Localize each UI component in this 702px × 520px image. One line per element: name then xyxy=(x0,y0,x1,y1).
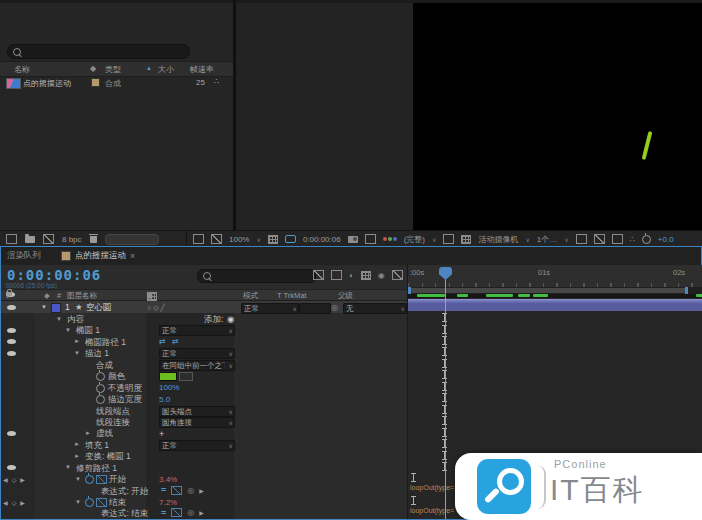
add-button-icon[interactable]: ◉ xyxy=(227,314,234,324)
col-size[interactable]: 大小 xyxy=(158,64,174,75)
parent-column[interactable]: 父级 xyxy=(338,291,353,301)
tab-composition[interactable]: 点的摇摆运动 × xyxy=(57,247,139,266)
expression-graph-icon[interactable] xyxy=(171,486,182,495)
bit-depth-label[interactable]: 8 bpc xyxy=(62,235,82,244)
graph-icon[interactable] xyxy=(96,498,107,507)
view-layout-value[interactable]: 1个… xyxy=(537,234,557,245)
stopwatch-icon[interactable] xyxy=(96,372,105,381)
row-stroke-1[interactable]: ▼ 描边 1 正常∨ xyxy=(1,347,407,358)
col-type[interactable]: 类型 xyxy=(105,64,121,75)
work-area-start-handle[interactable] xyxy=(408,287,411,294)
col-fps[interactable]: 帧速率 xyxy=(190,64,214,75)
twirl-icon[interactable]: ▼ xyxy=(65,464,71,470)
expression-graph-icon[interactable] xyxy=(171,508,182,517)
transparency-grid-icon[interactable] xyxy=(461,235,471,244)
line-cap-dropdown[interactable]: 圆头端点∨ xyxy=(159,406,235,417)
chevron-down-icon[interactable]: ∨ xyxy=(564,236,568,243)
work-area-bar[interactable] xyxy=(408,287,702,294)
expression-text[interactable]: loopOut(type= xyxy=(410,507,454,514)
mask-visibility-icon[interactable] xyxy=(285,235,296,243)
work-area-end-handle[interactable] xyxy=(685,287,688,294)
eye-icon[interactable] xyxy=(7,339,16,344)
exposure-value[interactable]: +0.0 xyxy=(658,235,674,244)
resolution-value[interactable]: (完整) xyxy=(404,234,425,245)
row-color[interactable]: 颜色 xyxy=(1,370,407,381)
tab-render-queue[interactable]: 渲染队列 xyxy=(7,247,41,265)
composition-canvas[interactable] xyxy=(413,3,702,230)
reset-exposure-icon[interactable] xyxy=(642,235,651,244)
row-composite[interactable]: 合成 在同组中前一个之下∨ xyxy=(1,359,407,370)
trkmat-dropdown[interactable] xyxy=(299,303,331,314)
row-contents[interactable]: ▼ 内容 添加: ◉ xyxy=(1,313,407,324)
preview-monitor-icon[interactable] xyxy=(211,234,222,244)
row-dashes[interactable]: ► 虚线 + xyxy=(1,427,407,438)
pick-whip-icon[interactable]: ◎ xyxy=(331,303,338,312)
stopwatch-icon[interactable] xyxy=(96,395,105,404)
stopwatch-icon[interactable] xyxy=(96,384,105,393)
project-column-header[interactable]: 名称 ◆ 类型 ▲ 大小 帧速率 xyxy=(0,61,233,77)
pick-whip-icon[interactable]: ◎ xyxy=(187,486,194,495)
line-join-dropdown[interactable]: 圆角连接∨ xyxy=(159,417,235,428)
project-item-row[interactable]: 点的摇摆运动 合成 25 ∴ xyxy=(0,76,233,90)
composition-viewer[interactable] xyxy=(236,0,702,233)
twirl-icon[interactable]: ▼ xyxy=(56,316,62,322)
twirl-icon[interactable]: ► xyxy=(85,430,91,436)
row-ellipse-1[interactable]: ▼ 椭圆 1 正常∨ xyxy=(1,324,407,335)
row-opacity[interactable]: 不透明度 100% xyxy=(1,382,407,393)
close-icon[interactable]: × xyxy=(130,251,135,261)
timeline-button-icon[interactable] xyxy=(612,234,623,244)
twirl-icon[interactable]: ▼ xyxy=(41,304,47,310)
comp-flowchart-icon[interactable]: ∴ xyxy=(630,235,635,244)
start-value[interactable]: 3.4% xyxy=(159,475,177,484)
show-channels-icon[interactable] xyxy=(383,237,397,241)
label-color-swatch[interactable] xyxy=(91,78,100,87)
new-composition-icon[interactable] xyxy=(43,234,54,244)
twirl-icon[interactable]: ▼ xyxy=(74,350,80,356)
row-expression-start[interactable]: 表达式: 开始 = ◎ ▶ xyxy=(1,485,407,496)
expression-text[interactable]: loopOut(type= xyxy=(410,484,454,491)
layer-switches[interactable]: ○ ◇ ╱ xyxy=(147,304,165,312)
parent-dropdown[interactable]: 无∨ xyxy=(343,303,407,314)
keyframe-navigator[interactable]: ◀◇▶ xyxy=(3,476,25,483)
twirl-icon[interactable]: ▼ xyxy=(75,499,81,505)
mode-column[interactable]: 模式 xyxy=(243,291,258,301)
project-item-name[interactable]: 点的摇摆运动 xyxy=(23,78,71,89)
row-fill-1[interactable]: ► 填充 1 正常∨ xyxy=(1,439,407,450)
snapshot-camera-icon[interactable] xyxy=(348,236,358,243)
interpret-footage-icon[interactable] xyxy=(6,234,17,244)
keyframe-navigator[interactable]: ◀◇▶ xyxy=(3,499,25,506)
chevron-down-icon[interactable]: ∨ xyxy=(525,236,529,243)
col-name[interactable]: 名称 xyxy=(14,64,30,75)
enable-expression-icon[interactable]: = xyxy=(161,509,166,517)
composite-dropdown[interactable]: 在同组中前一个之下∨ xyxy=(159,360,235,371)
row-line-cap[interactable]: 线段端点 圆头端点∨ xyxy=(1,405,407,416)
show-snapshot-icon[interactable] xyxy=(365,234,376,244)
timeline-search-input[interactable] xyxy=(197,269,316,283)
stopwatch-icon[interactable] xyxy=(85,498,94,507)
blend-mode-dropdown[interactable]: 正常∨ xyxy=(159,440,235,451)
stroke-width-value[interactable]: 5.0 xyxy=(159,395,170,404)
blend-mode-dropdown[interactable]: 正常∨ xyxy=(159,325,235,336)
current-timecode[interactable]: 0:00:00:06 xyxy=(7,267,101,283)
expression-menu-icon[interactable]: ▶ xyxy=(199,487,204,494)
project-flowchart-button[interactable] xyxy=(105,234,159,245)
mini-flowchart-icon[interactable] xyxy=(313,270,324,280)
graph-editor-icon[interactable] xyxy=(392,270,403,280)
twirl-icon[interactable]: ► xyxy=(74,338,80,344)
enable-expression-icon[interactable]: = xyxy=(161,486,166,494)
row-start[interactable]: ◀◇▶ ▼ 开始 3.4% xyxy=(1,473,407,484)
twirl-icon[interactable]: ▼ xyxy=(65,327,71,333)
opacity-value[interactable]: 100% xyxy=(159,383,179,392)
layer-row-1[interactable]: ▼ 1 ★ 空心圆 ○ ◇ ╱ 正常∨ ◎ 无∨ xyxy=(1,301,407,313)
region-of-interest-icon[interactable] xyxy=(443,234,454,244)
new-folder-icon[interactable] xyxy=(25,236,35,243)
eye-icon[interactable] xyxy=(7,351,16,356)
color-picker-icon[interactable] xyxy=(179,372,193,381)
motion-blur-icon[interactable]: ◉ xyxy=(378,271,385,280)
eye-icon[interactable] xyxy=(7,328,16,333)
draft-3d-icon[interactable] xyxy=(331,270,342,280)
row-expression-end[interactable]: 表达式: 结束 = ◎ ▶ xyxy=(1,507,407,518)
row-transform-ellipse-1[interactable]: ► 变换: 椭圆 1 xyxy=(1,450,407,461)
view-camera-value[interactable]: 活动摄像机 xyxy=(478,234,518,245)
blend-mode-dropdown[interactable]: 正常∨ xyxy=(159,348,235,359)
